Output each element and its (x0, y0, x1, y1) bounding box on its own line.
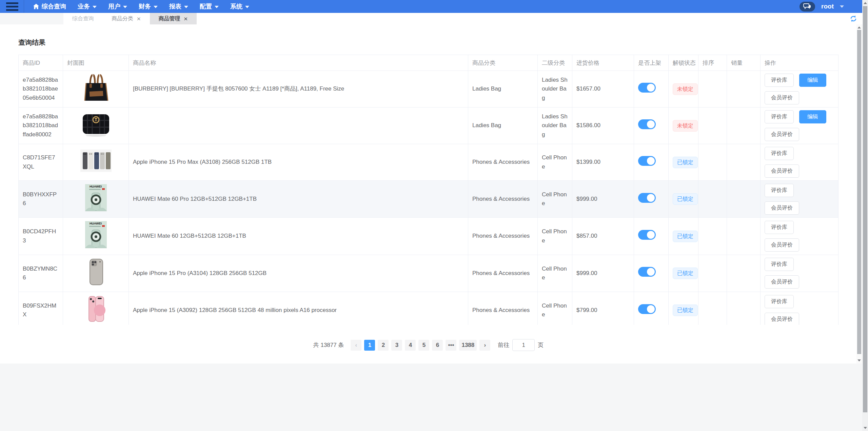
tab-close-icon[interactable]: ✕ (184, 16, 188, 21)
sort-cell (698, 144, 727, 181)
product-image (80, 167, 112, 173)
product-id-cell: C8D71SFE7XQL (19, 144, 63, 181)
edit-button[interactable]: 编辑 (799, 74, 826, 87)
page-button-3[interactable]: 3 (391, 340, 402, 351)
page-button-1388[interactable]: 1388 (459, 340, 477, 351)
sales-cell (727, 181, 761, 218)
product-image-cell (63, 292, 129, 325)
product-id-cell: B0BYHXXFP6 (19, 181, 63, 218)
content-scrollbar-thumb[interactable] (857, 30, 861, 354)
column-header-是否上架: 是否上架 (634, 55, 669, 71)
page-button-2[interactable]: 2 (378, 340, 389, 351)
product-image-cell: HUAWEI (63, 181, 129, 218)
window-scrollbar[interactable] (862, 0, 868, 431)
table-row: B0BZYMN8C6Apple iPhone 15 Pro (A3104) 12… (19, 255, 839, 292)
edit-button[interactable]: 编辑 (799, 110, 826, 123)
content-scrollbar[interactable] (856, 24, 862, 364)
nav-item-4[interactable]: 财务 (133, 0, 163, 13)
member-review-button[interactable]: 会员评价 (765, 91, 799, 104)
nav-item-3[interactable]: 用户 (102, 0, 133, 13)
subcategory-cell: Cell Phone (538, 255, 572, 292)
product-name-cell: Apple iPhone 15 Pro Max (A3108) 256GB 51… (129, 144, 468, 181)
tab-close-icon[interactable]: ✕ (137, 16, 141, 21)
content-scroll-up-icon[interactable] (856, 26, 862, 28)
next-page-button[interactable]: › (479, 340, 490, 351)
tab-综合查询[interactable]: 综合查询 (63, 13, 103, 24)
nav-item-label: 用户 (108, 2, 120, 11)
window-scrollbar-thumb[interactable] (863, 6, 867, 412)
chevron-down-icon (215, 6, 219, 8)
table-row: e7a5a8828bab3821018bae05e6b50004[BURBERR… (19, 71, 839, 107)
price-cell: $999.00 (572, 255, 634, 292)
review-library-button[interactable]: 评价库 (765, 295, 794, 308)
on-sale-toggle[interactable] (638, 230, 656, 240)
on-sale-toggle[interactable] (638, 83, 656, 93)
member-review-button[interactable]: 会员评价 (765, 201, 799, 215)
on-sale-toggle[interactable] (638, 304, 656, 314)
navbar-menu: 综合查询业务用户财务报表配置系统 (27, 0, 255, 13)
member-review-button[interactable]: 会员评价 (765, 238, 799, 252)
pagination-bar: 共 13877 条 ‹ 123456•••1388 › 前往 页 (18, 339, 839, 351)
sales-cell (727, 218, 761, 255)
refresh-icon (849, 15, 857, 23)
product-image (81, 318, 111, 325)
price-cell: $799.00 (572, 292, 634, 325)
chevron-down-icon (93, 6, 97, 8)
on-sale-toggle[interactable] (638, 267, 656, 277)
tab-商品分类[interactable]: 商品分类✕ (103, 13, 150, 24)
page-button-6[interactable]: 6 (432, 340, 443, 351)
prev-page-button[interactable]: ‹ (351, 340, 361, 351)
on-sale-toggle[interactable] (638, 119, 656, 129)
member-review-button[interactable]: 会员评价 (765, 128, 799, 141)
content-scroll-down-icon[interactable] (856, 359, 862, 361)
nav-item-label: 财务 (139, 2, 151, 11)
page-button-1[interactable]: 1 (364, 340, 375, 351)
messages-button[interactable] (800, 2, 815, 12)
subcategory-cell: Ladies Shoulder Bag (538, 71, 572, 107)
table-row: B0BYHXXFP6HUAWEIHUAWEI Mate 60 Pro 12GB+… (19, 181, 839, 218)
current-user-name[interactable]: root (821, 3, 834, 10)
nav-item-5[interactable]: 报表 (163, 0, 194, 13)
table-row: C8D71SFE7XQLApple iPhone 15 Pro Max (A31… (19, 144, 839, 181)
price-cell: $999.00 (572, 181, 634, 218)
on-sale-toggle[interactable] (638, 193, 656, 203)
nav-item-6[interactable]: 配置 (194, 0, 224, 13)
page-button-4[interactable]: 4 (405, 340, 416, 351)
tab-商品管理[interactable]: 商品管理✕ (150, 13, 197, 24)
subcategory-cell: Cell Phone (538, 181, 572, 218)
goto-page-input[interactable] (512, 339, 535, 351)
lock-status-badge: 已锁定 (673, 231, 698, 242)
review-library-button[interactable]: 评价库 (765, 110, 794, 123)
product-id-cell: e7a5a8828bab3821018bae05e6b50004 (19, 71, 63, 107)
window-scroll-down-icon[interactable] (862, 427, 868, 429)
product-name-cell: Apple iPhone 15 (A3092) 128GB 256GB 512G… (129, 292, 468, 325)
on-sale-cell (634, 107, 669, 144)
member-review-button[interactable]: 会员评价 (765, 275, 799, 289)
column-header-操作: 操作 (761, 55, 839, 71)
nav-item-label: 配置 (200, 2, 212, 11)
review-library-button[interactable]: 评价库 (765, 258, 794, 271)
on-sale-cell (634, 71, 669, 107)
review-library-button[interactable]: 评价库 (765, 74, 794, 87)
nav-item-2[interactable]: 业务 (72, 0, 102, 13)
lock-status-cell: 已锁定 (669, 255, 698, 292)
column-header-排序: 排序 (698, 55, 727, 71)
on-sale-toggle[interactable] (638, 156, 656, 166)
member-review-button[interactable]: 会员评价 (765, 164, 799, 178)
lock-status-cell: 未锁定 (669, 107, 698, 144)
nav-item-7[interactable]: 系统 (224, 0, 255, 13)
refresh-button[interactable] (849, 15, 857, 23)
actions-cell: 评价库会员评价 (761, 218, 839, 255)
page-ellipsis-button[interactable]: ••• (446, 340, 456, 351)
hamburger-menu-icon[interactable] (6, 2, 18, 11)
page-button-5[interactable]: 5 (418, 340, 429, 351)
window-scroll-up-icon[interactable] (862, 2, 868, 4)
nav-item-1[interactable]: 综合查询 (27, 0, 72, 13)
member-review-button[interactable]: 会员评价 (765, 313, 799, 325)
review-library-button[interactable]: 评价库 (765, 147, 794, 160)
user-menu-caret-icon[interactable] (840, 5, 844, 8)
sales-cell (727, 292, 761, 325)
on-sale-cell (634, 292, 669, 325)
review-library-button[interactable]: 评价库 (765, 184, 794, 197)
review-library-button[interactable]: 评价库 (765, 221, 794, 234)
